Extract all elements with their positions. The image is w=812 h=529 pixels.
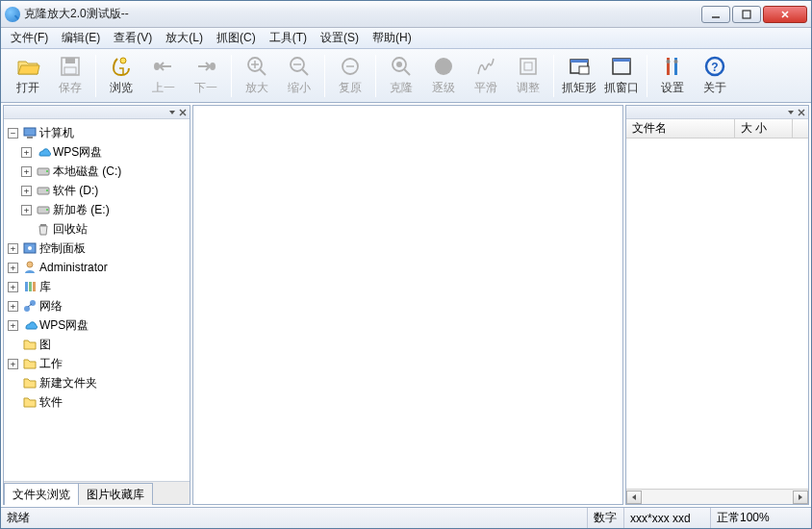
svg-point-45 bbox=[24, 306, 30, 312]
network-icon bbox=[22, 298, 38, 314]
computer-icon bbox=[22, 125, 38, 140]
menu-item[interactable]: 设置(S) bbox=[315, 28, 365, 48]
maximize-button[interactable] bbox=[732, 6, 761, 23]
scroll-track[interactable] bbox=[642, 491, 793, 504]
column-header[interactable]: 文件名 bbox=[626, 119, 735, 138]
svg-rect-31 bbox=[27, 137, 33, 139]
menu-item[interactable]: 编辑(E) bbox=[56, 28, 106, 48]
expand-icon[interactable] bbox=[21, 205, 32, 215]
svg-rect-43 bbox=[29, 282, 32, 291]
expand-icon[interactable] bbox=[21, 186, 32, 196]
expand-icon[interactable] bbox=[8, 243, 18, 254]
scroll-right-button[interactable] bbox=[793, 491, 808, 504]
toolbar-label: 保存 bbox=[59, 80, 82, 96]
svg-point-16 bbox=[435, 58, 452, 75]
expand-icon[interactable] bbox=[8, 301, 18, 312]
toolbar-browse-button[interactable]: 浏览 bbox=[100, 52, 142, 100]
toolbar-capture-rect-button[interactable]: 抓矩形 bbox=[558, 52, 600, 100]
svg-point-26 bbox=[667, 60, 671, 63]
toolbar-about-button[interactable]: ?关于 bbox=[694, 52, 736, 100]
tree-node[interactable]: WPS网盘 bbox=[6, 142, 188, 162]
tree-node[interactable]: 软件 bbox=[6, 392, 188, 412]
toolbar-restore-button: 复原 bbox=[329, 52, 371, 100]
toolbar-settings-button[interactable]: 设置 bbox=[651, 52, 694, 100]
drive-icon bbox=[36, 202, 51, 217]
tree-spacer bbox=[21, 224, 32, 235]
settings-icon bbox=[661, 55, 684, 78]
tree-node[interactable]: 新建文件夹 bbox=[6, 373, 188, 392]
menu-item[interactable]: 抓图(C) bbox=[211, 28, 262, 48]
menu-item[interactable]: 工具(T) bbox=[264, 28, 313, 48]
file-list[interactable] bbox=[626, 139, 808, 489]
panel-menu-icon[interactable] bbox=[168, 109, 176, 116]
menu-item[interactable]: 查看(V) bbox=[108, 28, 158, 48]
expand-icon[interactable] bbox=[21, 147, 32, 158]
file-list-columns: 文件名大 小 bbox=[626, 119, 808, 139]
panel-tab[interactable]: 文件夹浏览 bbox=[4, 483, 79, 505]
tree-node[interactable]: Administrator bbox=[6, 258, 188, 277]
column-header[interactable]: 大 小 bbox=[735, 119, 793, 138]
tree-node[interactable]: 图 bbox=[6, 335, 188, 354]
toolbar-label: 复原 bbox=[339, 80, 362, 96]
menu-item[interactable]: 帮助(H) bbox=[367, 28, 418, 48]
tree-node[interactable]: 计算机 bbox=[6, 123, 188, 142]
svg-rect-20 bbox=[571, 60, 588, 63]
menu-item[interactable]: 文件(F) bbox=[5, 28, 54, 48]
capture-win-icon bbox=[610, 55, 633, 78]
menubar: 文件(F)编辑(E)查看(V)放大(L)抓图(C)工具(T)设置(S)帮助(H) bbox=[1, 28, 811, 49]
close-button[interactable] bbox=[763, 6, 807, 23]
expand-icon[interactable] bbox=[8, 320, 18, 331]
hand-left-icon bbox=[152, 55, 175, 78]
horizontal-scrollbar[interactable] bbox=[626, 489, 808, 504]
tree-node[interactable]: 回收站 bbox=[6, 219, 188, 239]
expand-icon[interactable] bbox=[8, 263, 18, 273]
folder-tree[interactable]: 计算机WPS网盘本地磁盘 (C:)软件 (D:)新加卷 (E:)回收站控制面板A… bbox=[4, 119, 190, 481]
tree-node[interactable]: 工作 bbox=[6, 354, 188, 373]
toolbar-stepwise-button: 逐级 bbox=[422, 52, 465, 100]
panel-close-icon[interactable] bbox=[797, 108, 806, 117]
panel-close-icon[interactable] bbox=[178, 108, 188, 117]
folder-icon bbox=[22, 375, 38, 390]
svg-point-27 bbox=[674, 60, 678, 63]
panel-header bbox=[4, 106, 190, 119]
scroll-left-button[interactable] bbox=[626, 491, 642, 504]
control-icon bbox=[22, 240, 38, 256]
svg-point-7 bbox=[210, 63, 216, 70]
window-controls bbox=[701, 6, 807, 23]
toolbar-smooth-button: 平滑 bbox=[465, 52, 507, 100]
expand-icon[interactable] bbox=[21, 166, 32, 177]
minimize-button[interactable] bbox=[701, 6, 730, 23]
cloud-icon bbox=[36, 144, 51, 160]
tree-node-label: 计算机 bbox=[39, 125, 74, 141]
expand-icon[interactable] bbox=[8, 282, 18, 292]
tree-node-label: 本地磁盘 (C:) bbox=[53, 164, 121, 180]
image-viewport[interactable] bbox=[192, 105, 623, 505]
collapse-icon[interactable] bbox=[8, 128, 18, 139]
tree-node[interactable]: 本地磁盘 (C:) bbox=[6, 162, 188, 181]
tree-node-label: 软件 bbox=[39, 394, 63, 411]
panel-tab[interactable]: 图片收藏库 bbox=[78, 483, 153, 505]
about-icon: ? bbox=[703, 55, 726, 78]
tree-node[interactable]: 网络 bbox=[6, 296, 188, 315]
tree-node[interactable]: 库 bbox=[6, 277, 188, 296]
tree-node[interactable]: 新加卷 (E:) bbox=[6, 200, 188, 219]
tree-node[interactable]: WPS网盘 bbox=[6, 315, 188, 335]
menu-item[interactable]: 放大(L) bbox=[160, 28, 209, 48]
titlebar: 克隆放大2.0测试版-- bbox=[1, 1, 811, 28]
tree-node[interactable]: 控制面板 bbox=[6, 239, 188, 258]
svg-rect-18 bbox=[524, 63, 532, 70]
toolbar-label: 打开 bbox=[16, 80, 39, 96]
stepwise-icon bbox=[432, 55, 455, 78]
browse-icon bbox=[110, 55, 133, 78]
toolbar-folder-open-button[interactable]: 打开 bbox=[7, 52, 49, 100]
status-dim-value: xxx*xxx xxd bbox=[624, 508, 711, 528]
recycle-icon bbox=[36, 221, 51, 237]
tree-node-label: 网络 bbox=[39, 298, 63, 315]
toolbar-capture-win-button[interactable]: 抓窗口 bbox=[600, 52, 643, 100]
expand-icon[interactable] bbox=[8, 359, 18, 369]
toolbar-label: 逐级 bbox=[432, 80, 455, 96]
save-icon bbox=[59, 55, 82, 78]
panel-menu-icon[interactable] bbox=[787, 109, 795, 116]
status-dim-label: 数字 bbox=[588, 508, 624, 528]
tree-node[interactable]: 软件 (D:) bbox=[6, 181, 188, 200]
